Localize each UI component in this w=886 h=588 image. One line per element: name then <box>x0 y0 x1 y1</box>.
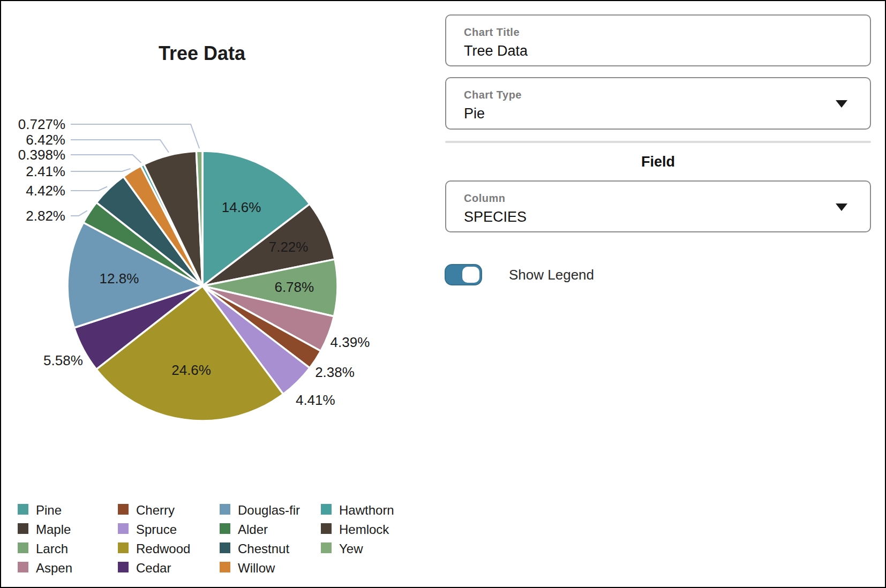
legend-label-larch: Larch <box>36 541 68 556</box>
slice-label-spruce: 4.41% <box>296 392 335 408</box>
legend-swatch-hawthorn <box>321 504 332 515</box>
legend-swatch-cedar <box>118 562 129 572</box>
legend-swatch-alder <box>220 523 230 534</box>
legend-swatch-aspen <box>18 562 28 572</box>
legend-label-pine: Pine <box>36 503 62 517</box>
legend-label-alder: Alder <box>238 522 268 537</box>
field-section-heading: Field <box>445 154 871 170</box>
callout-line <box>71 124 199 148</box>
callout-line <box>71 155 141 163</box>
slice-label-redwood: 24.6% <box>171 362 211 378</box>
callout-line <box>71 140 169 153</box>
chart-title-label: Chart Title <box>464 26 870 39</box>
legend-swatch-willow <box>220 562 230 572</box>
legend-label-cedar: Cedar <box>136 561 171 575</box>
chart-title-field[interactable]: Chart Title Tree Data <box>445 14 871 66</box>
legend-swatch-pine <box>18 504 28 515</box>
legend-swatch-chestnut <box>220 542 230 553</box>
legend-swatch-yew <box>321 542 332 553</box>
legend-swatch-hemlock <box>321 523 332 534</box>
chart-type-value[interactable]: Pie <box>464 105 870 122</box>
column-select[interactable]: Column SPECIES <box>445 180 871 232</box>
chart-title-value[interactable]: Tree Data <box>464 43 870 59</box>
legend-swatch-redwood <box>118 542 129 553</box>
legend-label-willow: Willow <box>238 561 275 575</box>
slice-label-maple: 7.22% <box>269 239 309 255</box>
slice-label-chestnut: 4.42% <box>26 183 65 199</box>
legend-label-aspen: Aspen <box>36 561 72 575</box>
column-value[interactable]: SPECIES <box>464 209 870 225</box>
show-legend-label: Show Legend <box>509 267 594 283</box>
slice-label-alder: 2.82% <box>26 208 65 224</box>
column-label: Column <box>464 192 870 205</box>
slice-label-hawthorn: 0.398% <box>18 147 65 163</box>
slice-label-hemlock: 6.42% <box>26 132 65 148</box>
slice-label-douglas-fir: 12.8% <box>100 270 139 287</box>
callout-line <box>71 187 107 191</box>
callout-line <box>71 169 131 171</box>
toggle-knob <box>462 267 479 283</box>
slice-label-larch: 6.78% <box>274 279 314 295</box>
chart-type-label: Chart Type <box>464 89 870 101</box>
slice-label-aspen: 4.39% <box>331 334 370 350</box>
legend-label-redwood: Redwood <box>136 541 190 556</box>
chevron-down-icon[interactable] <box>836 100 847 108</box>
slice-label-willow: 2.41% <box>26 163 65 179</box>
legend-swatch-spruce <box>118 523 129 534</box>
legend-label-maple: Maple <box>36 522 71 537</box>
slice-label-yew: 0.727% <box>18 116 65 132</box>
pie-chart: Tree Data14.6%7.22%6.78%4.39%2.38%4.41%2… <box>1 1 408 588</box>
legend-swatch-cherry <box>118 504 129 515</box>
section-divider <box>445 141 871 143</box>
legend-swatch-larch <box>18 542 28 553</box>
slice-label-cedar: 5.58% <box>43 352 83 368</box>
legend-label-douglas-fir: Douglas-fir <box>238 503 300 517</box>
legend-label-yew: Yew <box>339 541 363 556</box>
legend-label-spruce: Spruce <box>136 522 177 537</box>
chart-title-text: Tree Data <box>159 42 246 64</box>
legend-swatch-maple <box>18 523 28 534</box>
legend-label-chestnut: Chestnut <box>238 541 289 556</box>
chart-type-select[interactable]: Chart Type Pie <box>445 77 871 130</box>
legend-label-hawthorn: Hawthorn <box>339 503 394 517</box>
app-window: Tree Data14.6%7.22%6.78%4.39%2.38%4.41%2… <box>0 0 886 588</box>
slice-label-cherry: 2.38% <box>315 364 355 380</box>
show-legend-toggle[interactable] <box>445 264 482 285</box>
chevron-down-icon[interactable] <box>836 203 847 211</box>
callout-line <box>71 210 87 216</box>
show-legend-row: Show Legend <box>445 264 594 285</box>
legend-swatch-douglas-fir <box>220 504 230 515</box>
legend-label-hemlock: Hemlock <box>339 522 389 537</box>
slice-label-pine: 14.6% <box>222 199 261 215</box>
legend-label-cherry: Cherry <box>136 503 175 517</box>
